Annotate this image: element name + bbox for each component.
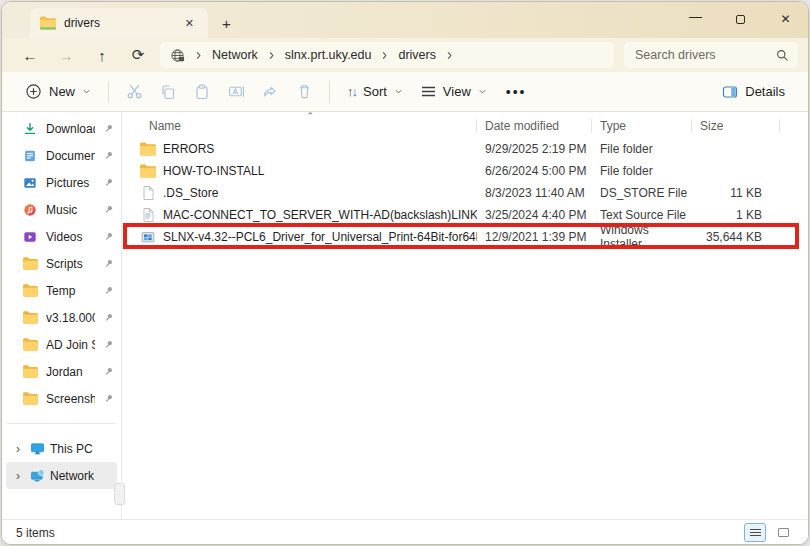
delete-button[interactable] [287, 76, 321, 108]
minimize-button[interactable]: — [673, 2, 718, 36]
file-name: ERRORS [163, 142, 214, 156]
forward-button[interactable]: → [48, 41, 84, 69]
pin-icon [103, 177, 114, 188]
column-header-type[interactable]: Type [592, 114, 692, 138]
folder-icon [22, 310, 38, 326]
rename-icon [228, 83, 245, 100]
sidebar-item-label: Music [46, 203, 95, 217]
sidebar-item-pictures[interactable]: Pictures [2, 169, 121, 196]
share-button[interactable] [253, 76, 287, 108]
file-name: HOW-TO-INSTALL [163, 164, 264, 178]
toolbar-divider [329, 81, 330, 103]
chevron-expand-icon[interactable]: › [12, 442, 24, 456]
sidebar-item-documents[interactable]: Documents [2, 142, 121, 169]
chevron-right-icon [258, 51, 285, 60]
search-input[interactable] [633, 47, 776, 63]
column-header-label: Name [149, 119, 181, 133]
chevron-right-icon [185, 51, 212, 60]
sidebar-item-label: Screenshots [46, 392, 95, 406]
chevron-down-icon [82, 87, 91, 96]
file-size: 11 KB [692, 186, 780, 200]
sidebar-item-music[interactable]: Music [2, 196, 121, 223]
breadcrumb-server[interactable]: slnx.prt.uky.edu [285, 48, 372, 62]
more-options-button[interactable]: ••• [496, 84, 537, 100]
plus-circle-icon [25, 83, 42, 100]
text-file-icon [140, 207, 156, 223]
sidebar-item-scripts[interactable]: Scripts [2, 250, 121, 277]
folder-icon [140, 163, 156, 179]
sidebar-item-label: Temp [46, 284, 95, 298]
new-tab-button[interactable]: + [208, 8, 245, 38]
chevron-expand-icon[interactable]: › [12, 469, 24, 483]
window-close-button[interactable]: ✕ [763, 2, 808, 36]
file-row-ds-store[interactable]: .DS_Store 8/3/2023 11:40 AM DS_STORE Fil… [122, 182, 808, 204]
sidebar-item-v3180001[interactable]: v3.18.0001-bl [2, 304, 121, 331]
network-icon [29, 468, 45, 484]
sidebar-item-network[interactable]: › Network [6, 462, 117, 489]
sidebar-item-ad-join-scripts[interactable]: AD Join Scrip [2, 331, 121, 358]
title-bar: drivers ✕ + — ✕ [2, 2, 808, 38]
navigation-pane: Downloads Documents Pictures [2, 112, 122, 519]
cut-button[interactable] [117, 76, 151, 108]
up-button[interactable]: ↑ [84, 41, 120, 69]
pane-splitter-handle[interactable] [114, 483, 125, 505]
share-icon [262, 84, 278, 100]
file-type: Text Source File [592, 208, 692, 222]
folder-icon [22, 391, 38, 407]
folder-icon [140, 141, 156, 157]
pin-icon [103, 204, 114, 215]
sidebar-item-videos[interactable]: Videos [2, 223, 121, 250]
sort-button[interactable]: ↑↓ Sort [338, 76, 412, 108]
breadcrumb-network[interactable]: Network [212, 48, 258, 62]
icons-view-icon [778, 528, 789, 537]
sort-ascending-icon: ⌃ [307, 111, 315, 121]
tab-close-icon[interactable]: ✕ [181, 16, 198, 31]
copy-icon [160, 84, 176, 100]
tab-title: drivers [64, 16, 100, 30]
folder-tab-icon [40, 16, 56, 30]
explorer-tab[interactable]: drivers ✕ [30, 8, 208, 38]
network-location-icon [170, 48, 185, 63]
column-header-name[interactable]: ⌃ Name [122, 114, 477, 138]
sidebar-divider [7, 423, 116, 424]
back-button[interactable]: ← [12, 41, 48, 69]
this-pc-icon [29, 441, 45, 457]
icons-view-toggle[interactable] [772, 523, 794, 542]
sidebar-item-temp[interactable]: Temp [2, 277, 121, 304]
toolbar-divider [108, 81, 109, 103]
folder-icon [22, 364, 38, 380]
address-bar: ← → ↑ ⟳ Network slnx.prt.uky.edu drivers [2, 38, 808, 72]
file-row-how-to-install[interactable]: HOW-TO-INSTALL 6/26/2024 5:00 PM File fo… [122, 160, 808, 182]
items-count: 5 items [16, 526, 55, 540]
maximize-button[interactable] [718, 2, 763, 36]
rename-button[interactable] [219, 76, 253, 108]
copy-button[interactable] [151, 76, 185, 108]
search-box[interactable] [624, 42, 798, 68]
details-pane-label: Details [745, 84, 785, 99]
new-button[interactable]: New [16, 76, 100, 108]
column-header-size[interactable]: Size [692, 114, 780, 138]
refresh-button[interactable]: ⟳ [120, 41, 156, 69]
column-header-date-modified[interactable]: Date modified [477, 114, 592, 138]
chevron-down-icon [478, 87, 487, 96]
file-date: 3/25/2024 4:40 PM [477, 208, 592, 222]
view-button[interactable]: View [412, 76, 496, 108]
sidebar-item-this-pc[interactable]: › This PC [6, 435, 117, 462]
sidebar-item-downloads[interactable]: Downloads [2, 115, 121, 142]
paste-button[interactable] [185, 76, 219, 108]
details-view-toggle[interactable] [744, 523, 766, 542]
annotation-highlight-box [123, 223, 799, 249]
file-row-errors[interactable]: ERRORS 9/29/2025 2:19 PM File folder [122, 138, 808, 160]
details-pane-icon [722, 84, 738, 100]
breadcrumb-drivers[interactable]: drivers [398, 48, 436, 62]
details-pane-button[interactable]: Details [713, 76, 794, 108]
sidebar-item-jordan[interactable]: Jordan [2, 358, 121, 385]
sidebar-item-screenshots[interactable]: Screenshots [2, 385, 121, 412]
file-date: 9/29/2025 2:19 PM [477, 142, 592, 156]
file-name: .DS_Store [163, 186, 218, 200]
documents-icon [22, 148, 38, 164]
pin-icon [103, 258, 114, 269]
file-type: File folder [592, 142, 692, 156]
paste-icon [194, 84, 210, 100]
music-icon [22, 202, 38, 218]
